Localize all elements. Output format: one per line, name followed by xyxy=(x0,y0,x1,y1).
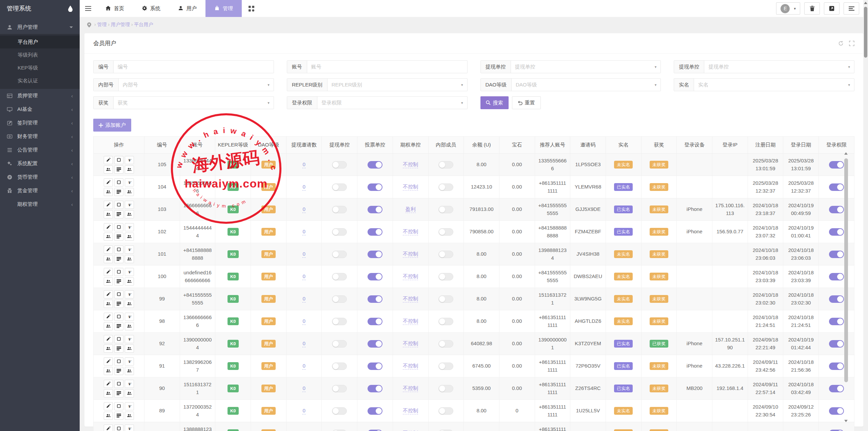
vote-toggle[interactable] xyxy=(368,340,382,348)
subordinates-action-button[interactable] xyxy=(125,367,134,375)
user-menu-button[interactable]: E ▾ xyxy=(776,2,800,15)
edit-action-button[interactable] xyxy=(104,357,113,366)
option-control-link[interactable]: 不控制 xyxy=(403,184,418,191)
edit-action-button[interactable] xyxy=(104,201,113,209)
option-control-link[interactable]: 不控制 xyxy=(403,251,418,258)
vote-toggle[interactable] xyxy=(368,363,382,370)
edit-action-button[interactable] xyxy=(104,425,113,431)
edit-action-button[interactable] xyxy=(104,156,113,164)
v-action-button[interactable]: v xyxy=(125,380,134,388)
login-perm-toggle[interactable] xyxy=(829,363,844,370)
internal-toggle[interactable] xyxy=(438,295,453,303)
invites-link[interactable]: 0 xyxy=(302,385,305,392)
filter-input[interactable]: 账号 xyxy=(307,61,467,73)
filter-select[interactable]: REPLER级别▾ xyxy=(328,79,467,91)
subordinates-action-button[interactable] xyxy=(125,345,134,353)
invites-link[interactable]: 0 xyxy=(302,206,305,213)
trash-button[interactable] xyxy=(804,2,820,15)
window-action-button[interactable] xyxy=(114,201,123,209)
option-control-link[interactable]: 不控制 xyxy=(403,318,418,325)
records-action-button[interactable] xyxy=(114,412,123,420)
records-action-button[interactable] xyxy=(114,322,123,330)
sidebar-subitem-等级列表[interactable]: 等级列表 xyxy=(0,48,80,61)
window-action-button[interactable] xyxy=(114,290,123,298)
v-action-button[interactable]: v xyxy=(125,313,134,321)
sidebar-item-赏金管理[interactable]: 赏金管理‹ xyxy=(0,184,80,197)
filter-select[interactable]: 提现单控▾ xyxy=(704,61,854,73)
menu-list-button[interactable] xyxy=(844,2,859,15)
team-action-button[interactable] xyxy=(104,165,113,174)
vote-toggle[interactable] xyxy=(368,430,382,431)
records-action-button[interactable] xyxy=(114,255,123,263)
invites-link[interactable]: 0 xyxy=(302,340,305,347)
withdraw-toggle[interactable] xyxy=(332,407,347,415)
filter-select[interactable]: 登录权限▾ xyxy=(317,97,467,109)
expand-icon[interactable] xyxy=(849,41,854,46)
internal-toggle[interactable] xyxy=(438,318,453,325)
withdraw-toggle[interactable] xyxy=(332,340,347,348)
sidebar-item-AI基金[interactable]: AI基金‹ xyxy=(0,102,80,116)
nav-tab-管理[interactable]: 管理 xyxy=(205,0,242,17)
sidebar-item-财务管理[interactable]: 财务管理‹ xyxy=(0,130,80,143)
hamburger-icon[interactable] xyxy=(80,0,97,17)
team-action-button[interactable] xyxy=(104,233,113,241)
withdraw-toggle[interactable] xyxy=(332,385,347,392)
records-action-button[interactable] xyxy=(114,367,123,375)
scroll-down-icon[interactable] xyxy=(844,420,848,422)
team-action-button[interactable] xyxy=(104,277,113,286)
subordinates-action-button[interactable] xyxy=(125,412,134,420)
login-perm-toggle[interactable] xyxy=(829,407,844,415)
option-control-link[interactable]: 不控制 xyxy=(403,340,418,347)
login-perm-toggle[interactable] xyxy=(829,385,844,392)
v-action-button[interactable]: v xyxy=(125,357,134,366)
team-action-button[interactable] xyxy=(104,345,113,353)
team-action-button[interactable] xyxy=(104,255,113,263)
window-action-button[interactable] xyxy=(114,335,123,343)
scroll-up-icon[interactable] xyxy=(844,152,848,155)
v-action-button[interactable]: v xyxy=(125,425,134,431)
option-control-link[interactable]: 不控制 xyxy=(403,385,418,392)
v-action-button[interactable]: v xyxy=(125,402,134,410)
withdraw-toggle[interactable] xyxy=(332,430,347,431)
sidebar-item-质押管理[interactable]: 质押管理‹ xyxy=(0,89,80,102)
sidebar-item-用户管理[interactable]: 用户管理 xyxy=(0,20,80,34)
withdraw-toggle[interactable] xyxy=(332,251,347,258)
login-perm-toggle[interactable] xyxy=(829,430,844,431)
window-action-button[interactable] xyxy=(114,380,123,388)
sidebar-item-期权管理[interactable]: 期权管理‹ xyxy=(0,197,80,211)
window-action-button[interactable] xyxy=(114,156,123,164)
internal-toggle[interactable] xyxy=(438,407,453,415)
internal-toggle[interactable] xyxy=(438,161,453,169)
vote-toggle[interactable] xyxy=(368,206,382,213)
v-action-button[interactable]: v xyxy=(125,268,134,276)
invites-link[interactable]: 0 xyxy=(302,296,305,302)
breadcrumb-item-用户管理[interactable]: 用户管理 xyxy=(111,22,130,27)
window-action-button[interactable] xyxy=(114,425,123,431)
refresh-icon[interactable] xyxy=(838,41,844,46)
login-perm-toggle[interactable] xyxy=(829,228,844,236)
sidebar-item-公告管理[interactable]: 公告管理‹ xyxy=(0,143,80,157)
filter-select[interactable]: 提现单控▾ xyxy=(511,61,661,73)
edit-action-button[interactable] xyxy=(104,313,113,321)
table-scrollbar-thumb[interactable] xyxy=(844,158,848,382)
edit-action-button[interactable] xyxy=(104,380,113,388)
filter-select[interactable]: DAO等级▾ xyxy=(512,79,660,91)
window-action-button[interactable] xyxy=(114,357,123,366)
team-action-button[interactable] xyxy=(104,300,113,308)
v-action-button[interactable]: v xyxy=(125,335,134,343)
sidebar-item-系统配置[interactable]: 系统配置‹ xyxy=(0,157,80,170)
withdraw-toggle[interactable] xyxy=(332,318,347,325)
breadcrumb-item-平台用户[interactable]: 平台用户 xyxy=(134,22,153,27)
team-action-button[interactable] xyxy=(104,188,113,196)
option-control-link[interactable]: 不控制 xyxy=(403,161,418,168)
v-action-button[interactable]: v xyxy=(125,223,134,231)
invites-link[interactable]: 0 xyxy=(302,251,305,258)
window-action-button[interactable] xyxy=(114,268,123,276)
v-action-button[interactable]: v xyxy=(125,156,134,164)
window-action-button[interactable] xyxy=(114,246,123,254)
sidebar-subitem-实名认证[interactable]: 实名认证 xyxy=(0,74,80,87)
records-action-button[interactable] xyxy=(114,233,123,241)
internal-toggle[interactable] xyxy=(438,363,453,370)
withdraw-toggle[interactable] xyxy=(332,295,347,303)
withdraw-toggle[interactable] xyxy=(332,183,347,191)
